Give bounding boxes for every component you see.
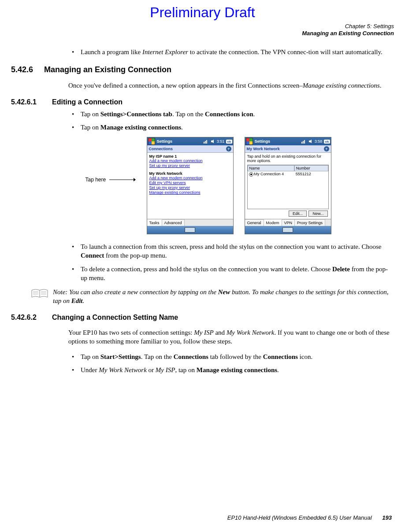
sub-titlebar: My Work Network ? xyxy=(245,145,331,153)
screenshot-figure: Tap here Settings 3:51 ok Connections ? xyxy=(11,137,394,234)
bottom-tabs: Tasks Advanced xyxy=(147,219,233,226)
screen-name: Connections xyxy=(149,147,173,151)
subsection-heading: 5.42.6.1Editing a Connection xyxy=(11,98,394,106)
bullet-item: Tap on Start>Settings. Tap on the Connec… xyxy=(68,352,394,361)
worknet-header: My Work Network xyxy=(149,171,231,176)
link-setup-proxy-work[interactable]: Set up my proxy server xyxy=(149,185,231,190)
tab-vpn[interactable]: VPN xyxy=(282,219,295,226)
svg-marker-9 xyxy=(309,140,312,143)
screenshot-connections: Settings 3:51 ok Connections ? My ISP na… xyxy=(147,137,234,234)
link-add-modem-isp[interactable]: Add a new modem connection xyxy=(149,159,231,163)
ok-button[interactable]: ok xyxy=(324,140,330,144)
steps-list-2: Tap on Start>Settings. Tap on the Connec… xyxy=(68,352,394,375)
bullet-item: To launch a connection from this screen,… xyxy=(68,242,394,260)
tab-proxy[interactable]: Proxy Settings xyxy=(295,219,325,226)
ok-button[interactable]: ok xyxy=(226,140,232,144)
preliminary-banner: Preliminary Draft xyxy=(11,4,394,21)
row-name: My Connection 4 xyxy=(254,172,284,176)
intro-bullet-list: Launch a program like Internet Explorer … xyxy=(68,48,394,56)
titlebar: Settings 3:58 ok xyxy=(245,137,331,145)
screen-body: My ISP name 1 Add a new modem connection… xyxy=(147,153,233,219)
tab-advanced[interactable]: Advanced xyxy=(162,219,185,226)
svg-rect-2 xyxy=(204,142,204,144)
bullet-item: Tap on Manage existing connections. xyxy=(68,123,394,132)
page: Preliminary Draft Chapter 5: Settings Ma… xyxy=(0,0,405,532)
section-label: Managing an Existing Connection xyxy=(11,30,394,37)
link-manage-existing[interactable]: Manage existing connections xyxy=(149,190,231,195)
annotation-label: Tap here xyxy=(74,177,136,183)
note-block: Note: You can also create a new connecti… xyxy=(31,288,394,306)
subsection-number: 5.42.6.2 xyxy=(11,314,52,321)
windows-flag-icon xyxy=(246,138,253,145)
bullet-item: Tap on Settings>Connections tab. Tap on … xyxy=(68,110,394,118)
bullet-item: Launch a program like Internet Explorer … xyxy=(68,48,394,56)
link-setup-proxy-isp[interactable]: Set up my proxy server xyxy=(149,163,231,168)
annotation-column: Tap here xyxy=(74,137,136,144)
col-name[interactable]: Name xyxy=(248,165,294,171)
svg-marker-1 xyxy=(134,178,136,181)
subsection-title: Changing a Connection Setting Name xyxy=(52,314,178,321)
row-number: 5551212 xyxy=(294,171,328,177)
link-edit-vpn[interactable]: Edit my VPN servers xyxy=(149,181,231,185)
connections-table: Name Number My Connection 4 5551212 xyxy=(247,165,329,209)
link-add-modem-work[interactable]: Add a new modem connection xyxy=(149,176,231,181)
note-text: Note: You can also create a new connecti… xyxy=(53,288,394,306)
help-icon[interactable]: ? xyxy=(324,146,329,151)
bullet-item: Under My Work Network or My ISP, tap on … xyxy=(68,366,394,374)
section-number: 5.42.6 xyxy=(11,65,44,74)
clock-time: 3:58 xyxy=(315,139,323,144)
signal-icon xyxy=(301,139,307,144)
button-row: Edit... New... xyxy=(247,209,329,218)
softkey-bar xyxy=(147,226,233,234)
table-row[interactable]: My Connection 4 5551212 xyxy=(248,171,328,177)
new-button[interactable]: New... xyxy=(308,211,327,217)
tab-modem[interactable]: Modem xyxy=(264,219,282,226)
windows-flag-icon xyxy=(148,138,155,145)
svg-rect-3 xyxy=(205,141,206,144)
manual-title: EP10 Hand-Held (Windows Embedded 6.5) Us… xyxy=(227,514,372,521)
clock-time: 3:51 xyxy=(217,139,225,144)
section-heading: 5.42.6Managing an Existing Connection xyxy=(11,65,394,74)
page-footer: EP10 Hand-Held (Windows Embedded 6.5) Us… xyxy=(227,514,392,521)
window-title: Settings xyxy=(255,139,300,144)
svg-marker-5 xyxy=(211,140,214,143)
page-number: 193 xyxy=(382,514,392,521)
arrow-icon xyxy=(109,177,136,183)
radio-icon[interactable] xyxy=(249,172,253,177)
screen-body: Tap and hold on an existing connection f… xyxy=(245,153,331,219)
bullet-item: To delete a connection, press and hold t… xyxy=(68,265,394,283)
keyboard-icon[interactable] xyxy=(282,227,293,233)
subsection-title: Editing a Connection xyxy=(52,98,123,106)
isp-header: My ISP name 1 xyxy=(149,154,231,159)
screen-name: My Work Network xyxy=(247,147,280,151)
steps-list: Tap on Settings>Connections tab. Tap on … xyxy=(68,110,394,132)
svg-rect-8 xyxy=(304,140,305,144)
sub-titlebar: Connections ? xyxy=(147,145,233,153)
titlebar: Settings 3:51 ok xyxy=(147,137,233,145)
softkey-bar xyxy=(245,226,331,234)
book-icon xyxy=(31,288,48,306)
svg-rect-7 xyxy=(303,141,304,144)
screenshot-worknetwork: Settings 3:58 ok My Work Network ? Tap a… xyxy=(245,137,331,234)
keyboard-icon[interactable] xyxy=(185,227,195,233)
signal-icon xyxy=(203,139,209,144)
tab-tasks[interactable]: Tasks xyxy=(147,219,162,226)
instruction-text: Tap and hold on an existing connection f… xyxy=(247,154,329,163)
speaker-icon xyxy=(210,139,216,144)
svg-rect-4 xyxy=(206,140,207,144)
section-body: Once you've defined a connection, a new … xyxy=(68,81,392,90)
subsection-number: 5.42.6.1 xyxy=(11,98,52,106)
bottom-tabs: General Modem VPN Proxy Settings xyxy=(245,219,331,226)
help-icon[interactable]: ? xyxy=(226,146,231,151)
subsection-body: Your EP10 has two sets of connection set… xyxy=(68,328,392,346)
tab-general[interactable]: General xyxy=(245,219,264,226)
window-title: Settings xyxy=(157,139,202,144)
edit-button[interactable]: Edit... xyxy=(289,211,307,217)
section-title: Managing an Existing Connection xyxy=(44,65,171,74)
subsection-heading: 5.42.6.2Changing a Connection Setting Na… xyxy=(11,314,394,321)
table-header-row: Name Number xyxy=(248,165,328,171)
chapter-label: Chapter 5: Settings xyxy=(11,23,394,30)
svg-rect-6 xyxy=(301,142,302,144)
speaker-icon xyxy=(308,139,314,144)
col-number[interactable]: Number xyxy=(294,165,328,171)
